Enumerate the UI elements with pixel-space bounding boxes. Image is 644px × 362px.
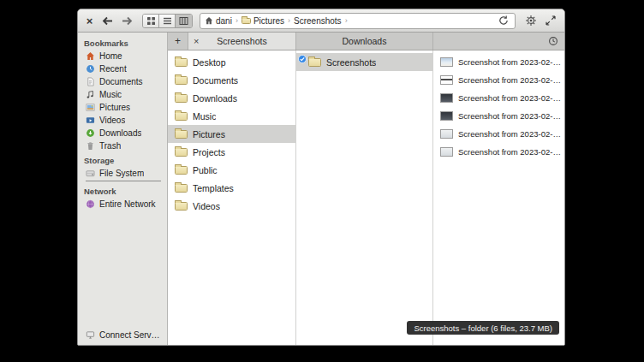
document-icon [86, 77, 95, 86]
sidebar-item-home[interactable]: Home [78, 50, 167, 62]
folder-icon [175, 202, 188, 211]
place-label: Pictures [193, 129, 225, 139]
file-manager-window: × dani › Pictures [77, 9, 565, 346]
tab-downloads[interactable]: Downloads [296, 33, 433, 50]
tab-bar-spacer [433, 33, 542, 50]
file-row[interactable]: Screenshot from 2023-02-14 23… [433, 53, 564, 71]
sidebar-item-filesystem[interactable]: File System [78, 167, 167, 180]
tab-history-button[interactable] [542, 33, 564, 50]
file-name: Screenshot from 2023-02-15 17… [458, 111, 561, 121]
home-icon [205, 16, 213, 25]
file-row[interactable]: Screenshot from 2023-02-23 20… [433, 125, 564, 143]
breadcrumb-home[interactable]: dani [205, 16, 232, 26]
tab-label: Screenshots [188, 36, 295, 46]
sidebar-item-label: Pictures [99, 103, 130, 112]
settings-button[interactable] [522, 12, 540, 29]
breadcrumb[interactable]: dani › Pictures › Screenshots › [200, 13, 516, 29]
miller-columns: Desktop Documents Downloads Music [168, 50, 564, 345]
sidebar-item-recent[interactable]: Recent [78, 62, 167, 75]
place-row-videos[interactable]: Videos [168, 197, 295, 215]
place-row-pictures[interactable]: Pictures [168, 125, 295, 143]
list-view-button[interactable] [159, 15, 176, 27]
place-row-templates[interactable]: Templates [168, 179, 295, 197]
place-label: Templates [193, 183, 234, 193]
sidebar-item-label: Entire Network [99, 199, 156, 209]
place-row-music[interactable]: Music [168, 107, 295, 125]
connect-server-button[interactable]: Connect Server… [78, 329, 167, 341]
filesystem-capacity-bar [86, 181, 161, 181]
file-row[interactable]: Screenshot from 2023-02-15 17… [433, 107, 564, 125]
download-icon [86, 128, 95, 138]
grid-view-button[interactable] [143, 15, 159, 27]
sidebar-item-label: File System [99, 169, 144, 178]
clock-icon [86, 64, 95, 74]
sidebar-item-music[interactable]: Music [78, 88, 167, 101]
gear-icon [525, 15, 537, 27]
harddrive-icon [86, 169, 95, 178]
main-area: + × Screenshots Downloads D [168, 33, 564, 345]
window-close-button[interactable]: × [83, 12, 96, 29]
trash-icon [86, 141, 95, 151]
refresh-button[interactable] [497, 14, 510, 27]
place-row-documents[interactable]: Documents [168, 71, 295, 89]
new-tab-button[interactable]: + [168, 33, 188, 50]
folder-row-screenshots[interactable]: Screenshots [296, 53, 432, 71]
file-thumbnail [440, 57, 453, 67]
breadcrumb-pictures[interactable]: Pictures [242, 16, 284, 26]
back-arrow-icon [102, 16, 113, 26]
back-button[interactable] [98, 12, 116, 29]
place-label: Public [193, 165, 218, 175]
folder-icon [175, 130, 188, 139]
files-column: Screenshot from 2023-02-14 23… Screensho… [433, 50, 564, 345]
sidebar-item-entire-network[interactable]: Entire Network [78, 198, 167, 211]
folder-icon [175, 148, 188, 157]
sidebar-item-documents[interactable]: Documents [78, 75, 167, 88]
place-label: Desktop [193, 57, 226, 68]
tab-label: Downloads [343, 36, 387, 46]
file-name: Screenshot from 2023-02-23 20… [458, 147, 561, 157]
music-note-icon [86, 90, 95, 99]
forward-arrow-icon [122, 16, 133, 26]
place-label: Documents [193, 75, 238, 86]
folder-icon [308, 58, 321, 67]
file-thumbnail [440, 93, 453, 103]
sidebar-header-bookmarks: Bookmarks [78, 35, 167, 50]
file-row[interactable]: Screenshot from 2023-02-14 23… [433, 71, 564, 89]
file-name: Screenshot from 2023-02-15 16… [458, 93, 561, 103]
file-row[interactable]: Screenshot from 2023-02-23 20… [433, 143, 564, 161]
folder-icon [175, 94, 188, 103]
place-label: Music [193, 111, 216, 122]
place-row-projects[interactable]: Projects [168, 143, 295, 161]
folder-icon [175, 58, 188, 67]
network-globe-icon [86, 199, 95, 209]
place-label: Downloads [193, 93, 237, 104]
file-row[interactable]: Screenshot from 2023-02-15 16… [433, 89, 564, 107]
columns-icon [179, 16, 188, 26]
video-icon [86, 116, 95, 125]
file-name: Screenshot from 2023-02-23 20… [458, 129, 561, 139]
folder-icon [175, 112, 188, 121]
breadcrumb-screenshots[interactable]: Screenshots [294, 16, 342, 26]
fullscreen-button[interactable] [542, 12, 559, 29]
forward-button[interactable] [118, 12, 135, 29]
column-view-button[interactable] [176, 15, 192, 27]
place-row-public[interactable]: Public [168, 161, 295, 179]
folder-icon [175, 184, 188, 193]
place-row-desktop[interactable]: Desktop [168, 53, 295, 71]
sidebar-item-pictures[interactable]: Pictures [78, 101, 167, 114]
home-icon [86, 51, 95, 61]
chevron-right-icon: › [345, 16, 348, 25]
sidebar-item-trash[interactable]: Trash [78, 139, 167, 152]
sidebar-item-downloads[interactable]: Downloads [78, 127, 167, 139]
tab-screenshots[interactable]: × Screenshots [188, 33, 296, 50]
connect-server-label: Connect Server… [99, 330, 163, 340]
place-row-downloads[interactable]: Downloads [168, 89, 295, 107]
expand-icon [546, 15, 556, 26]
tab-close-button[interactable]: × [191, 33, 201, 50]
sidebar-item-videos[interactable]: Videos [78, 114, 167, 127]
grid-icon [146, 16, 156, 26]
folder-column: Screenshots [296, 50, 433, 345]
folder-icon [175, 166, 188, 175]
photo-icon [86, 103, 95, 112]
file-thumbnail [440, 75, 453, 85]
